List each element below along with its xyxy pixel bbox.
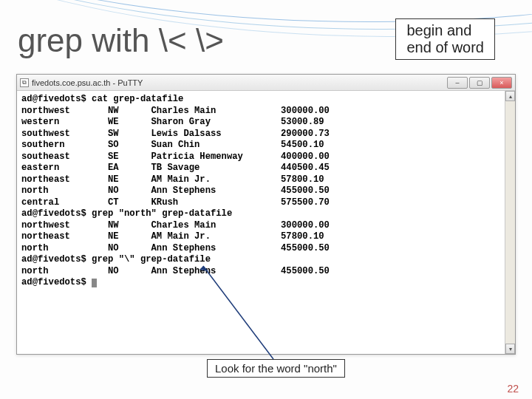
putty-title-text: fivedots.coe.psu.ac.th - PuTTY [32,78,143,87]
minimize-button[interactable]: – [447,77,468,89]
slide-title: grep with \< \> [18,22,224,59]
scroll-down-arrow[interactable]: ▾ [505,344,515,354]
putty-icon: ⧉ [20,78,29,87]
terminal-output: ad@fivedots$ cat grep-datafile northwest… [17,91,515,292]
terminal-body: ad@fivedots$ cat grep-datafile northwest… [17,91,515,354]
page-number: 22 [507,383,519,395]
putty-window: ⧉ fivedots.coe.psu.ac.th - PuTTY – ▢ × a… [16,74,516,355]
putty-titlebar[interactable]: ⧉ fivedots.coe.psu.ac.th - PuTTY – ▢ × [17,75,515,91]
scroll-up-arrow[interactable]: ▴ [505,91,515,101]
close-button[interactable]: × [491,77,512,89]
callout-bottom-text: Look for the word "north" [215,362,337,375]
maximize-button[interactable]: ▢ [469,77,490,89]
callout-look-for-north: Look for the word "north" [207,359,345,378]
callout-word-boundary: begin and end of word [395,18,495,60]
cursor [92,279,97,287]
callout-top-text: begin and end of word [406,22,484,55]
scrollbar[interactable]: ▴ ▾ [505,91,515,354]
